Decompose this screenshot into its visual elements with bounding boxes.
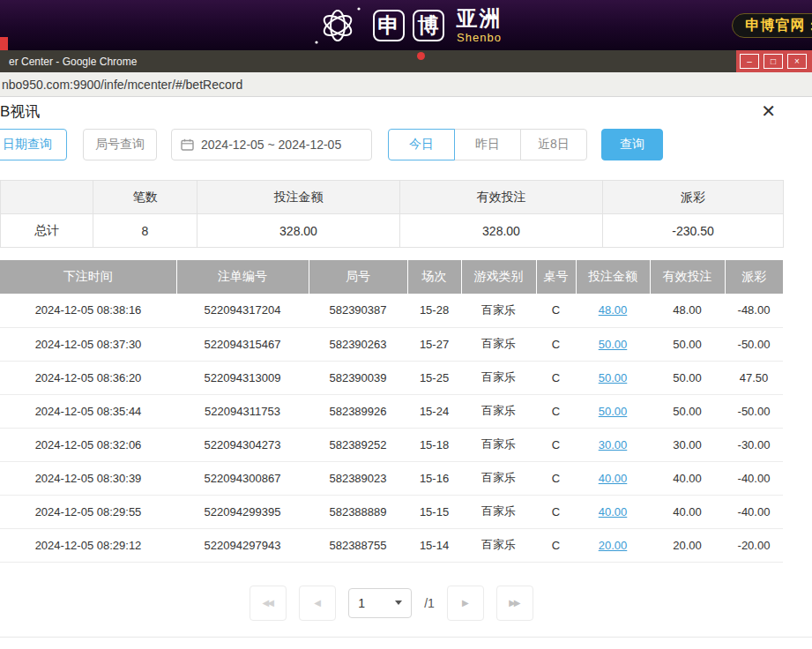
cell-session: 15-18 (407, 428, 461, 461)
column-header: 场次 (407, 260, 461, 294)
minimize-button[interactable]: – (740, 54, 759, 69)
close-icon[interactable]: ✕ (761, 102, 776, 120)
window-controls: – □ × (736, 50, 812, 72)
cell-session: 15-16 (407, 461, 461, 495)
cell-valid-bet: 50.00 (650, 327, 725, 361)
red-artifact (0, 37, 8, 50)
screen: 申 博 亚洲 Shenbo 申博官网：432 er Center - Googl… (0, 0, 812, 649)
cell-time: 2024-12-05 08:37:30 (0, 327, 176, 361)
bet-table-header-row: 下注时间注单编号局号场次游戏类别桌号投注金额有效投注派彩 (0, 260, 783, 294)
close-window-button[interactable]: × (787, 54, 807, 69)
today-button[interactable]: 今日 (388, 129, 455, 160)
cell-payout: -50.00 (725, 327, 783, 361)
date-range-input[interactable]: 2024-12-05 ~ 2024-12-05 (171, 129, 372, 160)
cell-valid-bet: 50.00 (650, 361, 725, 394)
cell-valid-bet: 48.00 (650, 294, 725, 327)
cell-table-no: C (536, 361, 576, 394)
cell-game-type: 百家乐 (461, 394, 536, 428)
page-head: B视讯 ✕ (0, 97, 783, 122)
logo-text: 亚洲 Shenbo (457, 8, 503, 43)
bet-amount-link[interactable]: 40.00 (599, 505, 628, 518)
cell-table-no: C (536, 528, 576, 562)
calendar-icon (181, 138, 194, 151)
summary-header-empty (1, 181, 93, 214)
table-row: 2024-12-05 08:32:06522094304273582389252… (0, 428, 783, 461)
cell-game-type: 百家乐 (461, 361, 536, 394)
cell-order-no: 522094313009 (176, 361, 309, 394)
cell-payout: -30.00 (725, 428, 783, 461)
bet-amount-link[interactable]: 48.00 (599, 303, 628, 317)
maximize-button[interactable]: □ (764, 54, 783, 69)
bet-amount-link[interactable]: 30.00 (599, 438, 628, 451)
cell-round-no: 582389252 (309, 428, 407, 461)
bet-record-table: 下注时间注单编号局号场次游戏类别桌号投注金额有效投注派彩 2024-12-05 … (0, 260, 783, 563)
cell-time: 2024-12-05 08:35:44 (0, 394, 176, 428)
cell-time: 2024-12-05 08:32:06 (0, 428, 176, 461)
cell-order-no: 522094300867 (176, 461, 309, 495)
pagination: ◀◀ ◀ 1 /1 ▶ ▶▶ (0, 586, 783, 621)
cell-bet-amount: 30.00 (576, 428, 650, 461)
cell-order-no: 522094297943 (176, 528, 309, 562)
bet-amount-link[interactable]: 40.00 (599, 472, 628, 485)
cell-table-no: C (536, 294, 576, 327)
cell-game-type: 百家乐 (461, 495, 536, 528)
page-select[interactable]: 1 (348, 588, 412, 618)
bet-amount-link[interactable]: 20.00 (599, 539, 628, 552)
cell-time: 2024-12-05 08:29:12 (0, 528, 176, 562)
date-query-tab[interactable]: 日期查询 (0, 129, 67, 160)
cell-valid-bet: 30.00 (650, 428, 725, 461)
first-page-button[interactable]: ◀◀ (250, 586, 287, 621)
column-header: 游戏类别 (461, 260, 536, 294)
round-query-tab[interactable]: 局号查询 (83, 129, 157, 160)
brand-logo: 申 博 亚洲 Shenbo (310, 3, 503, 48)
cell-session: 15-24 (407, 394, 461, 428)
page-title: B视讯 (0, 101, 40, 122)
cell-time: 2024-12-05 08:36:20 (0, 361, 176, 394)
search-button[interactable]: 查询 (601, 129, 663, 160)
flower-logo-icon (310, 3, 365, 48)
cell-bet-amount: 50.00 (576, 361, 650, 394)
address-bar[interactable]: nbo950.com:9900/infe/mcenter/#/betRecord (0, 72, 812, 97)
cell-payout: -48.00 (725, 294, 783, 327)
cell-time: 2024-12-05 08:29:55 (0, 495, 176, 528)
bet-amount-link[interactable]: 50.00 (599, 371, 628, 384)
cell-session: 15-28 (407, 294, 461, 327)
cell-session: 15-25 (407, 361, 461, 394)
last-8-days-button[interactable]: 近8日 (520, 129, 587, 160)
prev-page-button[interactable]: ◀ (299, 586, 336, 621)
column-header: 投注金额 (576, 260, 650, 294)
summary-table: 笔数 投注金额 有效投注 派彩 总计 8 328.00 328.00 -230.… (0, 180, 784, 248)
table-row: 2024-12-05 08:29:12522094297943582388755… (0, 528, 783, 562)
brand-banner: 申 博 亚洲 Shenbo 申博官网：432 (0, 0, 812, 50)
bet-amount-link[interactable]: 50.00 (599, 405, 628, 418)
table-row: 2024-12-05 08:35:44522094311753582389926… (0, 394, 783, 428)
cell-payout: -40.00 (725, 461, 783, 495)
cell-session: 15-27 (407, 327, 461, 361)
cell-table-no: C (536, 428, 576, 461)
column-header: 下注时间 (0, 260, 176, 294)
summary-data-row: 总计 8 328.00 328.00 -230.50 (1, 214, 784, 248)
summary-payout-value: -230.50 (603, 214, 784, 248)
cell-bet-amount: 40.00 (576, 495, 650, 528)
cell-bet-amount: 50.00 (576, 394, 650, 428)
yesterday-button[interactable]: 昨日 (454, 129, 521, 160)
logo-region-label: 亚洲 (457, 8, 503, 29)
cell-table-no: C (536, 495, 576, 528)
column-header: 桌号 (536, 260, 576, 294)
cell-game-type: 百家乐 (461, 294, 536, 327)
page-select-value: 1 (358, 596, 365, 610)
summary-header-row: 笔数 投注金额 有效投注 派彩 (1, 181, 784, 214)
logo-char-shen: 申 (373, 10, 405, 41)
bet-amount-link[interactable]: 50.00 (599, 338, 628, 351)
cell-time: 2024-12-05 08:38:16 (0, 294, 176, 327)
next-page-button[interactable]: ▶ (447, 586, 484, 621)
column-header: 注单编号 (176, 260, 309, 294)
filter-bar: 日期查询 局号查询 2024-12-05 ~ 2024-12-05 今日 昨日 … (0, 129, 783, 160)
last-page-button[interactable]: ▶▶ (496, 586, 533, 621)
cell-session: 15-15 (407, 495, 461, 528)
summary-total-label: 总计 (1, 214, 93, 248)
cell-order-no: 522094311753 (176, 394, 309, 428)
table-row: 2024-12-05 08:30:39522094300867582389023… (0, 461, 783, 495)
summary-header-count: 笔数 (93, 181, 197, 214)
cell-table-no: C (536, 327, 576, 361)
